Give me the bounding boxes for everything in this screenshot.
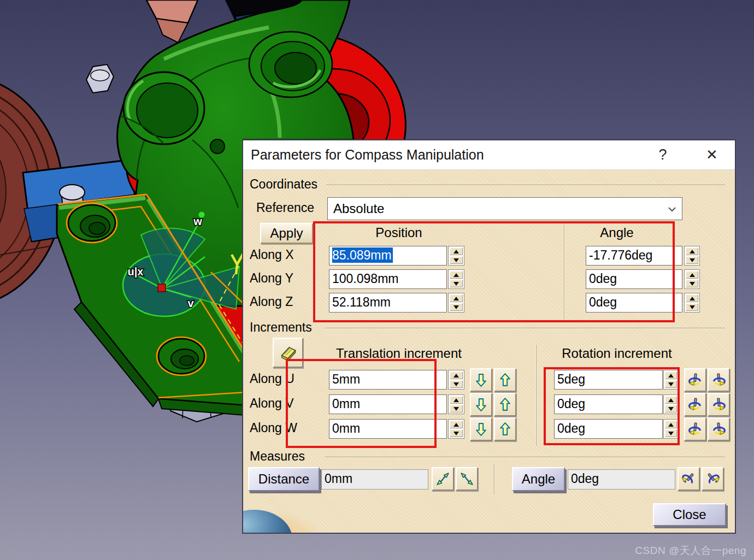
spinner-up-button[interactable]	[665, 372, 677, 379]
spinner-down-button[interactable]	[450, 256, 463, 264]
measure-distance-tool-1-button[interactable]	[432, 467, 454, 491]
close-button[interactable]: Close	[653, 503, 726, 526]
spinner-down-button[interactable]	[686, 256, 698, 264]
measure-angle-tool-2-button[interactable]	[702, 467, 724, 491]
rotation-w-input[interactable]: 0deg	[554, 419, 663, 439]
rotation-v-input[interactable]: 0deg	[554, 394, 663, 414]
rotation-u-input[interactable]: 5deg	[554, 370, 663, 390]
angle-x-input[interactable]: -17.776deg	[586, 246, 682, 266]
rotate-u-positive-button[interactable]	[708, 368, 730, 392]
spinner-up-button[interactable]	[686, 271, 698, 279]
measure-distance-button[interactable]: Distance	[248, 467, 320, 491]
rotation-w-spinner[interactable]	[663, 419, 679, 439]
rotate-u-negative-button[interactable]	[684, 368, 706, 392]
spinner-down-button[interactable]	[450, 280, 463, 287]
measure-angle-tool-1-button[interactable]	[678, 467, 700, 491]
along-w-label: Along W	[250, 421, 297, 435]
spinner-up-button[interactable]	[686, 294, 698, 302]
spinner-down-button[interactable]	[686, 280, 698, 287]
angle-x-spinner[interactable]	[684, 246, 700, 266]
dialog-titlebar[interactable]: Parameters for Compass Manipulation ? ✕	[243, 140, 735, 170]
reference-dropdown[interactable]: Absolute	[327, 197, 682, 220]
measure-angle-button[interactable]: Angle	[512, 467, 565, 491]
translation-w-input[interactable]: 0mm	[329, 419, 447, 439]
rotation-u-spinner[interactable]	[663, 370, 679, 390]
position-x-spinner[interactable]	[448, 246, 464, 266]
compass-axis-label-ux: u|x	[128, 266, 144, 278]
spinner-down-button[interactable]	[450, 429, 463, 437]
angle-header: Angle	[535, 225, 699, 240]
spinner-down-button[interactable]	[665, 405, 677, 412]
spinner-up-button[interactable]	[450, 396, 463, 404]
measure-distance-tool-2-button[interactable]	[456, 467, 478, 491]
spinner-up-button[interactable]	[450, 271, 463, 279]
globe-decoration	[243, 489, 320, 533]
position-x-input[interactable]: 85.089mm	[329, 246, 447, 266]
measure-rotation-icon	[681, 471, 697, 487]
angle-y-input[interactable]: 0deg	[586, 269, 682, 289]
spinner-up-button[interactable]	[665, 396, 677, 404]
compass-origin-handle[interactable]	[158, 284, 166, 292]
reference-label: Reference	[256, 201, 314, 215]
rotation-v-spinner[interactable]	[663, 394, 679, 414]
apply-button[interactable]: Apply	[260, 223, 313, 244]
position-y-input[interactable]: 100.098mm	[329, 269, 447, 289]
position-z-spinner[interactable]	[448, 293, 464, 313]
translate-v-negative-button[interactable]	[470, 393, 492, 416]
along-y-label: Along Y	[250, 271, 293, 286]
spinner-down-button[interactable]	[686, 303, 698, 311]
spinner-down-button[interactable]	[450, 303, 463, 311]
reference-value: Absolute	[333, 201, 384, 216]
spinner-up-button[interactable]	[450, 421, 463, 428]
translation-u-input[interactable]: 5mm	[329, 370, 447, 390]
position-z-input[interactable]: 52.118mm	[329, 293, 447, 313]
translation-u-spinner[interactable]	[448, 370, 464, 390]
rotate-w-positive-button[interactable]	[708, 417, 730, 441]
arrow-down-icon	[474, 422, 488, 437]
spinner-down-button[interactable]	[665, 429, 677, 437]
translate-u-positive-button[interactable]	[494, 368, 516, 392]
translate-u-negative-button[interactable]	[470, 368, 492, 392]
spinner-down-button[interactable]	[665, 380, 677, 388]
chevron-down-icon	[668, 207, 676, 212]
rotate-v-positive-button[interactable]	[708, 393, 730, 416]
along-v-label: Along V	[250, 396, 294, 411]
watermark: CSDN @天人合一peng	[635, 544, 746, 558]
compass-parameters-dialog: Parameters for Compass Manipulation ? ✕ …	[242, 139, 736, 534]
dialog-title: Parameters for Compass Manipulation	[251, 140, 484, 169]
angle-z-input[interactable]: 0deg	[586, 293, 682, 313]
coordinates-group-label: Coordinates	[250, 177, 317, 192]
angle-y-spinner[interactable]	[684, 269, 700, 289]
spinner-up-button[interactable]	[665, 421, 677, 428]
eraser-icon	[279, 344, 297, 362]
angle-value-field: 0deg	[568, 469, 675, 490]
translation-w-spinner[interactable]	[448, 419, 464, 439]
translation-v-spinner[interactable]	[448, 394, 464, 414]
spinner-up-button[interactable]	[686, 247, 698, 255]
spinner-up-button[interactable]	[450, 372, 463, 379]
reset-increments-button[interactable]	[273, 338, 303, 368]
rotate-v-negative-button[interactable]	[684, 393, 706, 416]
translation-v-input[interactable]: 0mm	[329, 394, 447, 414]
spinner-down-button[interactable]	[450, 380, 463, 388]
help-icon[interactable]: ?	[652, 140, 674, 169]
arrow-down-icon	[474, 397, 488, 412]
close-icon[interactable]: ✕	[701, 140, 723, 169]
position-y-spinner[interactable]	[448, 269, 464, 289]
spinner-up-button[interactable]	[450, 294, 463, 302]
translate-v-positive-button[interactable]	[494, 393, 516, 416]
rotate-right-icon	[711, 397, 727, 412]
spinner-up-button[interactable]	[450, 247, 463, 255]
translate-w-negative-button[interactable]	[470, 417, 492, 441]
along-x-label: Along X	[250, 247, 294, 262]
along-u-label: Along U	[250, 372, 294, 386]
rotate-left-icon	[687, 397, 703, 412]
rotate-w-negative-button[interactable]	[684, 417, 706, 441]
group-divider	[326, 185, 725, 186]
rotate-right-icon	[711, 372, 727, 388]
spinner-down-button[interactable]	[450, 405, 463, 412]
angle-z-spinner[interactable]	[684, 293, 700, 313]
arrow-up-icon	[498, 422, 513, 437]
measure-distance-icon	[435, 471, 450, 486]
translate-w-positive-button[interactable]	[494, 417, 516, 441]
